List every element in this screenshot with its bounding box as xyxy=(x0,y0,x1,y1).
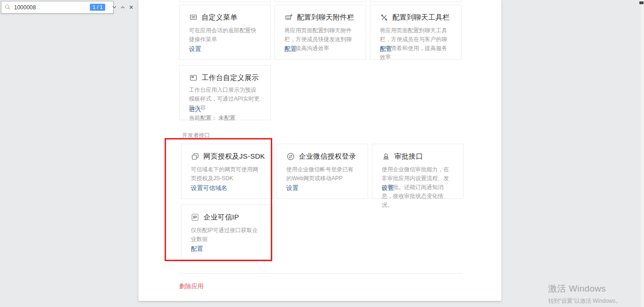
watermark-subtitle: 转到“设置”以激活 Windows。 xyxy=(548,297,621,305)
custom-menu-icon xyxy=(189,14,197,22)
wecom-login-icon xyxy=(286,153,295,161)
find-bar: 1 / 1 xyxy=(1,1,114,14)
approval-stamp-icon xyxy=(382,153,390,161)
wecom-login-settings-link[interactable]: 设置 xyxy=(286,184,298,192)
card-title: 企业可信IP xyxy=(203,213,239,222)
windows-activation-watermark: 激活 Windows 转到“设置”以激活 Windows。 xyxy=(548,283,621,305)
find-input[interactable] xyxy=(14,4,87,11)
card-chat-toolbar: 配置到聊天工具栏 将应用页面配置到聊天工具栏，方便成员在与客户的聊天中查看和使用… xyxy=(370,5,462,60)
find-match-count: 1 / 1 xyxy=(90,4,105,11)
bottom-divider xyxy=(179,273,462,274)
card-approval-api: 审批接口 使用企业微信审批能力，在非审批应用内设置流程、发起审批。还能订阅通知消… xyxy=(372,144,463,199)
watermark-title: 激活 Windows xyxy=(548,283,621,295)
web-auth-icon xyxy=(191,153,199,161)
card-title: 网页授权及JS-SDK xyxy=(203,152,265,161)
card-title: 自定义菜单 xyxy=(202,13,238,22)
card-description: 可信域名下的网页可使用网页授权及JS-SDK xyxy=(191,165,263,183)
card-trusted-ip: IP 企业可信IP 仅所配IP可通过接口获取企业数据 配置 xyxy=(181,205,273,260)
card-description: 将应用页面配置到聊天工具栏，方便成员在与客户的聊天中查看和使用，提高服务效率 xyxy=(380,26,452,62)
card-title: 工作台自定义展示 xyxy=(202,73,259,82)
approval-settings-link[interactable]: 设置 xyxy=(382,184,394,192)
chat-attachment-config-link[interactable]: 配置 xyxy=(284,45,297,53)
find-close-button[interactable] xyxy=(129,4,134,11)
card-description: 可在应用会话的底部配置快捷操作菜单 xyxy=(189,26,261,44)
scrollbar[interactable] xyxy=(641,0,644,307)
workbench-display-icon xyxy=(189,74,197,82)
card-description: 仅所配IP可通过接口获取企业数据 xyxy=(191,226,263,244)
chat-attachment-icon xyxy=(284,14,293,22)
find-previous-button[interactable] xyxy=(120,4,125,11)
card-workbench-display: 工作台自定义展示 工作台应用入口展示为预设模板样式，可通过API实时更新内容 当… xyxy=(179,65,271,120)
custom-menu-settings-link[interactable]: 设置 xyxy=(189,45,201,53)
card-title: 配置到聊天工具栏 xyxy=(392,13,449,22)
card-stub xyxy=(275,0,366,2)
card-title: 审批接口 xyxy=(394,152,423,161)
card-description: 使用企业微信帐号登录已有的Web网页或移动APP xyxy=(286,165,358,183)
ip-badge-text: IP xyxy=(192,214,199,221)
card-stub xyxy=(179,0,271,2)
page-background: 自定义菜单 可在应用会话的底部配置快捷操作菜单 设置 配置到聊天附件栏 将应用页… xyxy=(0,0,644,307)
chat-toolbar-config-link[interactable]: 配置 xyxy=(380,45,392,53)
card-wecom-login: 企业微信授权登录 使用企业微信帐号登录已有的Web网页或移动APP 设置 xyxy=(276,144,368,199)
find-next-button[interactable] xyxy=(112,4,117,11)
card-web-auth-jssdk: 网页授权及JS-SDK 可信域名下的网页可使用网页授权及JS-SDK 设置可信域… xyxy=(181,144,273,199)
workbench-status: 当前配置： 未配置 xyxy=(189,114,261,122)
workbench-status-value: 未配置 xyxy=(218,115,235,121)
card-title: 配置到聊天附件栏 xyxy=(297,13,354,22)
search-icon xyxy=(5,4,11,11)
card-stub xyxy=(370,0,462,2)
workbench-status-label: 当前配置： xyxy=(189,115,217,121)
delete-app-link[interactable]: 删除应用 xyxy=(179,282,203,291)
trusted-ip-config-link[interactable]: 配置 xyxy=(191,245,203,253)
web-auth-trusted-domain-link[interactable]: 设置可信域名 xyxy=(191,184,227,192)
workbench-enter-link[interactable]: 进入 xyxy=(189,105,201,114)
card-custom-menu: 自定义菜单 可在应用会话的底部配置快捷操作菜单 设置 xyxy=(179,5,271,60)
card-chat-attachment-bar: 配置到聊天附件栏 将应用页面配置到聊天附件栏，方便成员快捷发送到聊天，提高沟通效… xyxy=(275,5,366,60)
chat-toolbar-icon xyxy=(380,14,388,22)
trusted-ip-icon: IP xyxy=(191,213,199,222)
scrollbar-top-glyph xyxy=(639,1,644,4)
card-title: 企业微信授权登录 xyxy=(299,152,356,161)
developer-section-label: 开发者接口 xyxy=(182,132,210,139)
